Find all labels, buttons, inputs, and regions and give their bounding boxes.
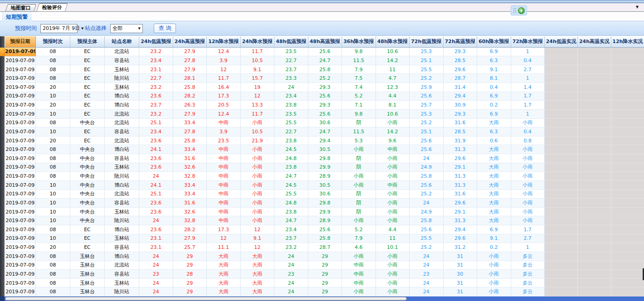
table-cell[interactable]: 大雨 xyxy=(477,154,511,163)
table-cell[interactable]: 小雨 xyxy=(511,180,545,189)
table-cell[interactable]: 小雨 xyxy=(376,154,410,163)
horizontal-scrollbar[interactable] xyxy=(0,296,644,301)
table-row[interactable]: 2019-07-0908EC北流站23.227.912.411.723.525.… xyxy=(5,47,644,56)
table-cell[interactable]: 10 xyxy=(36,127,70,136)
column-header[interactable]: 72h低温预报 xyxy=(410,36,444,47)
table-cell[interactable] xyxy=(611,56,644,65)
table-cell[interactable]: 1 xyxy=(511,74,545,83)
table-cell[interactable]: 30.9 xyxy=(443,101,477,110)
table-cell[interactable]: 6.3 xyxy=(477,56,511,65)
table-cell[interactable]: 玉林台 xyxy=(70,278,105,287)
table-cell[interactable]: 2019-07-09 xyxy=(5,127,36,136)
table-cell[interactable]: 30 xyxy=(443,270,477,279)
table-cell[interactable]: 24 xyxy=(139,172,173,181)
column-header[interactable]: 72h高温预报 xyxy=(443,36,477,47)
table-cell[interactable]: EC xyxy=(70,225,105,234)
tab-verification-score[interactable]: 检验评分 xyxy=(36,3,68,11)
table-cell[interactable] xyxy=(611,101,644,110)
table-cell[interactable]: 小雨 xyxy=(240,163,274,172)
table-cell[interactable]: 5.3 xyxy=(342,136,376,145)
table-cell[interactable]: 08 xyxy=(36,74,70,83)
column-header[interactable]: 预报日期 xyxy=(5,36,36,47)
table-cell[interactable]: 25.8 xyxy=(173,83,207,92)
table-cell[interactable]: 大雨 xyxy=(207,287,241,296)
table-cell[interactable]: 23.6 xyxy=(139,154,173,163)
table-cell[interactable] xyxy=(578,225,611,234)
table-cell[interactable]: 27.9 xyxy=(173,109,207,118)
table-cell[interactable] xyxy=(578,261,611,270)
table-cell[interactable]: 2019-07-09 xyxy=(5,261,36,270)
table-cell[interactable]: EC xyxy=(70,136,105,145)
table-cell[interactable]: 28 xyxy=(173,270,207,279)
column-header[interactable]: 60h降水预报 xyxy=(477,36,511,47)
column-header[interactable]: 24h降水预报 xyxy=(240,36,274,47)
table-cell[interactable]: 容县站 xyxy=(105,243,139,252)
table-cell[interactable]: 29 xyxy=(308,261,342,270)
table-cell[interactable]: 多云 xyxy=(511,261,545,270)
table-cell[interactable]: 2019-07-09 xyxy=(5,287,36,296)
table-cell[interactable]: 北流站 xyxy=(105,189,139,199)
column-header[interactable]: 12h降水预报 xyxy=(207,36,241,47)
table-cell[interactable]: 博白站 xyxy=(105,92,139,101)
table-cell[interactable]: 小雨 xyxy=(477,287,511,296)
column-header[interactable]: 12h降水实况 xyxy=(611,36,644,47)
table-cell[interactable]: 28.7 xyxy=(308,243,342,252)
table-cell[interactable]: 23.7 xyxy=(139,101,173,110)
table-cell[interactable]: 25.6 xyxy=(410,145,444,154)
table-cell[interactable]: 7.9 xyxy=(342,65,376,74)
table-cell[interactable]: 2019-07-09 xyxy=(5,92,36,101)
table-cell[interactable]: 08 xyxy=(36,252,70,261)
table-cell[interactable]: 23.2 xyxy=(139,47,173,56)
table-cell[interactable]: 23 xyxy=(139,270,173,279)
table-cell[interactable] xyxy=(611,234,644,243)
table-cell[interactable]: 多云 xyxy=(511,278,545,287)
table-cell[interactable]: 28.9 xyxy=(308,216,342,225)
table-cell[interactable]: 大雨 xyxy=(477,118,511,127)
table-cell[interactable]: 11.7 xyxy=(240,47,274,56)
column-header[interactable]: 48h低温预报 xyxy=(274,36,308,47)
table-cell[interactable]: 10 xyxy=(36,180,70,189)
table-cell[interactable]: 玉林台 xyxy=(70,287,105,296)
table-cell[interactable]: 23.4 xyxy=(274,225,308,234)
table-row[interactable]: 2019-07-0910中央台玉林站23.632.6中雨小雨23.829.9阴小… xyxy=(5,207,644,216)
table-cell[interactable]: 13.3 xyxy=(240,101,274,110)
table-cell[interactable]: 2019-07-09 xyxy=(5,47,36,56)
table-cell[interactable]: 25.9 xyxy=(410,83,444,92)
table-cell[interactable]: 中雨 xyxy=(207,216,241,225)
table-cell[interactable]: EC xyxy=(70,243,105,252)
column-header[interactable]: 24h低温预报 xyxy=(139,36,173,47)
table-cell[interactable]: 大雨 xyxy=(477,207,511,216)
table-cell[interactable]: 2019-07-09 xyxy=(5,207,36,216)
table-cell[interactable]: 小雨 xyxy=(376,270,410,279)
table-cell[interactable] xyxy=(545,207,578,216)
table-cell[interactable]: 7.9 xyxy=(342,234,376,243)
table-row[interactable]: 2019-07-0920EC玉林站23.225.816.4192429.37.4… xyxy=(5,83,644,92)
table-cell[interactable]: 小雨 xyxy=(511,118,545,127)
table-cell[interactable] xyxy=(611,216,644,225)
table-cell[interactable]: 9.8 xyxy=(342,109,376,118)
table-cell[interactable]: 24.9 xyxy=(410,207,444,216)
table-cell[interactable]: 24 xyxy=(139,287,173,296)
table-cell[interactable]: 玉林站 xyxy=(105,278,139,287)
table-cell[interactable] xyxy=(578,278,611,287)
table-cell[interactable] xyxy=(611,74,644,83)
table-cell[interactable]: 10.1 xyxy=(376,243,410,252)
table-cell[interactable]: 25.8 xyxy=(308,234,342,243)
table-cell[interactable]: 23.6 xyxy=(139,199,173,208)
horizontal-scrollbar-thumb[interactable] xyxy=(5,297,407,301)
table-cell[interactable]: 29.3 xyxy=(443,47,477,56)
table-cell[interactable]: 12.4 xyxy=(207,109,241,118)
table-cell[interactable]: 2019-07-09 xyxy=(5,180,36,189)
table-cell[interactable]: 大雨 xyxy=(240,261,274,270)
table-cell[interactable]: 29.9 xyxy=(308,207,342,216)
table-cell[interactable]: 2019-07-09 xyxy=(5,154,36,163)
table-row[interactable]: 2019-07-0910中央台容县站23.631.6中雨小雨24.829.8阴小… xyxy=(5,199,644,208)
table-row[interactable]: 2019-07-0908玉林台北流站2429大雨大雨2429中雨小雨2431小雨… xyxy=(5,261,644,270)
table-cell[interactable]: 大雨 xyxy=(240,252,274,261)
table-row[interactable]: 2019-07-0920EC博白站23.726.320.513.323.829.… xyxy=(5,101,644,110)
table-cell[interactable]: 玉林站 xyxy=(105,65,139,74)
table-cell[interactable] xyxy=(611,225,644,234)
table-cell[interactable]: 2019-07-09 xyxy=(5,101,36,110)
table-cell[interactable]: 多云 xyxy=(511,252,545,261)
table-cell[interactable]: 29 xyxy=(308,270,342,279)
